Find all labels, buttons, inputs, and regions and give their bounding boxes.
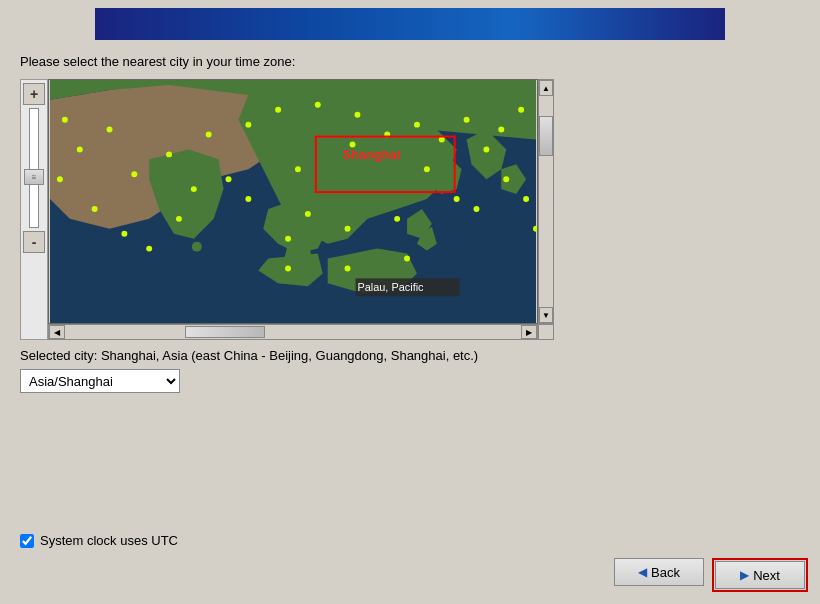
svg-point-17 bbox=[518, 107, 524, 113]
system-clock-utc-label: System clock uses UTC bbox=[40, 533, 178, 548]
timezone-select[interactable]: Asia/Shanghai Asia/Tokyo Asia/Seoul Asia… bbox=[20, 369, 180, 393]
scroll-right-button[interactable]: ▶ bbox=[521, 325, 537, 339]
svg-point-30 bbox=[77, 146, 83, 152]
svg-point-21 bbox=[345, 226, 351, 232]
system-clock-utc-checkbox[interactable] bbox=[20, 534, 34, 548]
svg-point-12 bbox=[414, 122, 420, 128]
svg-point-3 bbox=[166, 151, 172, 157]
svg-point-40 bbox=[62, 117, 68, 123]
next-button[interactable]: ▶ Next bbox=[715, 561, 805, 589]
svg-point-29 bbox=[107, 127, 113, 133]
back-arrow-icon: ◀ bbox=[638, 565, 647, 579]
zoom-in-button[interactable]: + bbox=[23, 83, 45, 105]
svg-point-35 bbox=[146, 246, 152, 252]
scroll-down-button[interactable]: ▼ bbox=[539, 307, 553, 323]
scroll-up-button[interactable]: ▲ bbox=[539, 80, 553, 96]
svg-point-39 bbox=[454, 196, 460, 202]
zoom-controls: + - bbox=[20, 79, 48, 340]
svg-point-22 bbox=[394, 216, 400, 222]
svg-point-6 bbox=[245, 122, 251, 128]
svg-point-8 bbox=[315, 102, 321, 108]
next-arrow-icon: ▶ bbox=[740, 568, 749, 582]
system-clock-utc-row: System clock uses UTC bbox=[20, 533, 178, 548]
header-bar bbox=[95, 8, 725, 40]
zoom-slider-track[interactable] bbox=[29, 108, 39, 228]
selected-city-text: Selected city: Shanghai, Asia (east Chin… bbox=[20, 348, 800, 363]
scroll-track-vertical[interactable] bbox=[539, 96, 553, 307]
svg-point-16 bbox=[498, 127, 504, 133]
svg-point-4 bbox=[191, 186, 197, 192]
svg-point-15 bbox=[464, 117, 470, 123]
svg-point-1 bbox=[192, 242, 202, 252]
timezone-select-wrapper: Asia/Shanghai Asia/Tokyo Asia/Seoul Asia… bbox=[20, 369, 800, 393]
svg-point-28 bbox=[176, 216, 182, 222]
map-svg: Shanghai Palau, Pacific Palau, Pacific bbox=[49, 80, 537, 323]
map-right-container: Shanghai Palau, Pacific Palau, Pacific ▲ bbox=[48, 79, 554, 340]
svg-point-26 bbox=[245, 196, 251, 202]
instruction-text: Please select the nearest city in your t… bbox=[20, 54, 800, 69]
map-viewport[interactable]: Shanghai Palau, Pacific Palau, Pacific bbox=[48, 79, 538, 324]
svg-point-36 bbox=[503, 176, 509, 182]
scroll-left-button[interactable]: ◀ bbox=[49, 325, 65, 339]
svg-point-14 bbox=[483, 146, 489, 152]
scroll-thumb-vertical[interactable] bbox=[539, 116, 553, 156]
svg-point-5 bbox=[206, 132, 212, 138]
svg-point-7 bbox=[275, 107, 281, 113]
svg-point-2 bbox=[131, 171, 137, 177]
svg-point-25 bbox=[121, 231, 127, 237]
map-area: + - bbox=[20, 79, 800, 340]
map-horizontal-scrollbar[interactable]: ◀ ▶ bbox=[48, 324, 538, 340]
svg-point-27 bbox=[226, 176, 232, 182]
map-hscroll-row: ◀ ▶ bbox=[48, 324, 554, 340]
svg-point-20 bbox=[285, 236, 291, 242]
svg-point-9 bbox=[354, 112, 360, 118]
scrollbar-corner bbox=[538, 324, 554, 340]
svg-point-31 bbox=[57, 176, 63, 182]
svg-point-37 bbox=[523, 196, 529, 202]
palau-city-label: Palau, Pacific bbox=[357, 281, 424, 293]
svg-point-32 bbox=[404, 256, 410, 262]
map-main-area: Shanghai Palau, Pacific Palau, Pacific ▲ bbox=[48, 79, 554, 324]
scroll-thumb-horizontal[interactable] bbox=[185, 326, 265, 338]
back-button[interactable]: ◀ Back bbox=[614, 558, 704, 586]
scroll-track-horizontal[interactable] bbox=[65, 325, 521, 339]
next-label: Next bbox=[753, 568, 780, 583]
svg-point-23 bbox=[424, 166, 430, 172]
map-vertical-scrollbar[interactable]: ▲ ▼ bbox=[538, 79, 554, 324]
zoom-out-button[interactable]: - bbox=[23, 231, 45, 253]
back-label: Back bbox=[651, 565, 680, 580]
zoom-slider-thumb[interactable] bbox=[24, 169, 44, 185]
svg-point-24 bbox=[92, 206, 98, 212]
svg-point-19 bbox=[305, 211, 311, 217]
shanghai-city-label: Shanghai bbox=[343, 147, 401, 162]
svg-point-38 bbox=[474, 206, 480, 212]
svg-point-34 bbox=[285, 265, 291, 271]
svg-point-18 bbox=[295, 166, 301, 172]
svg-point-33 bbox=[345, 265, 351, 271]
bottom-buttons: ◀ Back ▶ Next bbox=[614, 558, 808, 592]
next-button-wrapper: ▶ Next bbox=[712, 558, 808, 592]
